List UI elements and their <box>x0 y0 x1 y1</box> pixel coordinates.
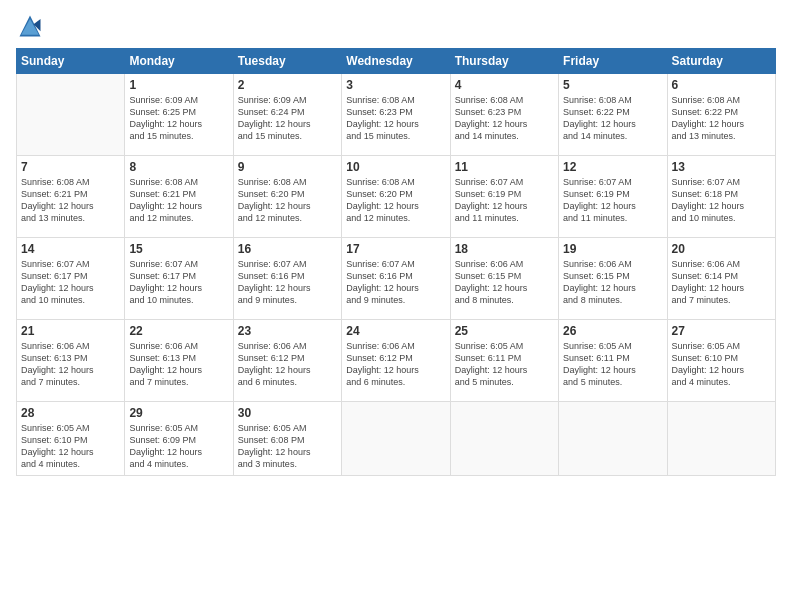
cell-text: Sunrise: 6:07 AMSunset: 6:19 PMDaylight:… <box>455 176 554 225</box>
day-number: 27 <box>672 324 771 338</box>
cal-cell-29: 29Sunrise: 6:05 AMSunset: 6:09 PMDayligh… <box>125 402 233 476</box>
cell-text: Sunrise: 6:08 AMSunset: 6:21 PMDaylight:… <box>129 176 228 225</box>
cal-cell-13: 13Sunrise: 6:07 AMSunset: 6:18 PMDayligh… <box>667 156 775 238</box>
cell-text: Sunrise: 6:05 AMSunset: 6:10 PMDaylight:… <box>672 340 771 389</box>
cell-text: Sunrise: 6:07 AMSunset: 6:19 PMDaylight:… <box>563 176 662 225</box>
day-header-friday: Friday <box>559 49 667 74</box>
cell-text: Sunrise: 6:06 AMSunset: 6:15 PMDaylight:… <box>563 258 662 307</box>
logo-icon <box>16 12 44 40</box>
cal-cell-8: 8Sunrise: 6:08 AMSunset: 6:21 PMDaylight… <box>125 156 233 238</box>
day-number: 29 <box>129 406 228 420</box>
cal-cell-2: 2Sunrise: 6:09 AMSunset: 6:24 PMDaylight… <box>233 74 341 156</box>
day-number: 28 <box>21 406 120 420</box>
cell-text: Sunrise: 6:09 AMSunset: 6:25 PMDaylight:… <box>129 94 228 143</box>
week-row-5: 28Sunrise: 6:05 AMSunset: 6:10 PMDayligh… <box>17 402 776 476</box>
day-number: 30 <box>238 406 337 420</box>
cell-text: Sunrise: 6:08 AMSunset: 6:23 PMDaylight:… <box>455 94 554 143</box>
day-header-tuesday: Tuesday <box>233 49 341 74</box>
cal-cell-18: 18Sunrise: 6:06 AMSunset: 6:15 PMDayligh… <box>450 238 558 320</box>
cal-cell-empty-4-4 <box>450 402 558 476</box>
logo <box>16 12 48 40</box>
day-header-saturday: Saturday <box>667 49 775 74</box>
day-number: 8 <box>129 160 228 174</box>
day-number: 1 <box>129 78 228 92</box>
cal-cell-30: 30Sunrise: 6:05 AMSunset: 6:08 PMDayligh… <box>233 402 341 476</box>
cell-text: Sunrise: 6:08 AMSunset: 6:21 PMDaylight:… <box>21 176 120 225</box>
cell-text: Sunrise: 6:06 AMSunset: 6:13 PMDaylight:… <box>129 340 228 389</box>
cell-text: Sunrise: 6:07 AMSunset: 6:17 PMDaylight:… <box>129 258 228 307</box>
day-number: 5 <box>563 78 662 92</box>
cell-text: Sunrise: 6:06 AMSunset: 6:12 PMDaylight:… <box>346 340 445 389</box>
day-number: 3 <box>346 78 445 92</box>
cal-cell-empty-0-0 <box>17 74 125 156</box>
day-number: 23 <box>238 324 337 338</box>
day-number: 25 <box>455 324 554 338</box>
cal-cell-25: 25Sunrise: 6:05 AMSunset: 6:11 PMDayligh… <box>450 320 558 402</box>
cal-cell-24: 24Sunrise: 6:06 AMSunset: 6:12 PMDayligh… <box>342 320 450 402</box>
week-row-2: 7Sunrise: 6:08 AMSunset: 6:21 PMDaylight… <box>17 156 776 238</box>
day-number: 6 <box>672 78 771 92</box>
cal-cell-23: 23Sunrise: 6:06 AMSunset: 6:12 PMDayligh… <box>233 320 341 402</box>
day-number: 19 <box>563 242 662 256</box>
day-number: 11 <box>455 160 554 174</box>
cal-cell-21: 21Sunrise: 6:06 AMSunset: 6:13 PMDayligh… <box>17 320 125 402</box>
cell-text: Sunrise: 6:07 AMSunset: 6:16 PMDaylight:… <box>346 258 445 307</box>
day-number: 2 <box>238 78 337 92</box>
cal-cell-26: 26Sunrise: 6:05 AMSunset: 6:11 PMDayligh… <box>559 320 667 402</box>
cal-cell-empty-4-5 <box>559 402 667 476</box>
day-header-wednesday: Wednesday <box>342 49 450 74</box>
cal-cell-11: 11Sunrise: 6:07 AMSunset: 6:19 PMDayligh… <box>450 156 558 238</box>
day-number: 20 <box>672 242 771 256</box>
cal-cell-12: 12Sunrise: 6:07 AMSunset: 6:19 PMDayligh… <box>559 156 667 238</box>
cal-cell-28: 28Sunrise: 6:05 AMSunset: 6:10 PMDayligh… <box>17 402 125 476</box>
day-number: 9 <box>238 160 337 174</box>
cell-text: Sunrise: 6:07 AMSunset: 6:16 PMDaylight:… <box>238 258 337 307</box>
cell-text: Sunrise: 6:05 AMSunset: 6:10 PMDaylight:… <box>21 422 120 471</box>
day-number: 26 <box>563 324 662 338</box>
day-number: 18 <box>455 242 554 256</box>
cell-text: Sunrise: 6:05 AMSunset: 6:08 PMDaylight:… <box>238 422 337 471</box>
day-number: 24 <box>346 324 445 338</box>
page: SundayMondayTuesdayWednesdayThursdayFrid… <box>0 0 792 612</box>
cell-text: Sunrise: 6:09 AMSunset: 6:24 PMDaylight:… <box>238 94 337 143</box>
cal-cell-22: 22Sunrise: 6:06 AMSunset: 6:13 PMDayligh… <box>125 320 233 402</box>
cal-cell-15: 15Sunrise: 6:07 AMSunset: 6:17 PMDayligh… <box>125 238 233 320</box>
day-header-thursday: Thursday <box>450 49 558 74</box>
week-row-4: 21Sunrise: 6:06 AMSunset: 6:13 PMDayligh… <box>17 320 776 402</box>
cell-text: Sunrise: 6:06 AMSunset: 6:14 PMDaylight:… <box>672 258 771 307</box>
day-header-monday: Monday <box>125 49 233 74</box>
cell-text: Sunrise: 6:06 AMSunset: 6:12 PMDaylight:… <box>238 340 337 389</box>
cell-text: Sunrise: 6:08 AMSunset: 6:23 PMDaylight:… <box>346 94 445 143</box>
cal-cell-empty-4-3 <box>342 402 450 476</box>
cell-text: Sunrise: 6:08 AMSunset: 6:20 PMDaylight:… <box>238 176 337 225</box>
day-number: 22 <box>129 324 228 338</box>
cell-text: Sunrise: 6:05 AMSunset: 6:11 PMDaylight:… <box>563 340 662 389</box>
cal-cell-16: 16Sunrise: 6:07 AMSunset: 6:16 PMDayligh… <box>233 238 341 320</box>
cal-cell-4: 4Sunrise: 6:08 AMSunset: 6:23 PMDaylight… <box>450 74 558 156</box>
cal-cell-1: 1Sunrise: 6:09 AMSunset: 6:25 PMDaylight… <box>125 74 233 156</box>
cell-text: Sunrise: 6:06 AMSunset: 6:13 PMDaylight:… <box>21 340 120 389</box>
cell-text: Sunrise: 6:06 AMSunset: 6:15 PMDaylight:… <box>455 258 554 307</box>
cell-text: Sunrise: 6:08 AMSunset: 6:22 PMDaylight:… <box>563 94 662 143</box>
day-number: 17 <box>346 242 445 256</box>
cal-cell-5: 5Sunrise: 6:08 AMSunset: 6:22 PMDaylight… <box>559 74 667 156</box>
cell-text: Sunrise: 6:05 AMSunset: 6:09 PMDaylight:… <box>129 422 228 471</box>
header-row: SundayMondayTuesdayWednesdayThursdayFrid… <box>17 49 776 74</box>
cal-cell-19: 19Sunrise: 6:06 AMSunset: 6:15 PMDayligh… <box>559 238 667 320</box>
calendar-table: SundayMondayTuesdayWednesdayThursdayFrid… <box>16 48 776 476</box>
cal-cell-7: 7Sunrise: 6:08 AMSunset: 6:21 PMDaylight… <box>17 156 125 238</box>
cal-cell-9: 9Sunrise: 6:08 AMSunset: 6:20 PMDaylight… <box>233 156 341 238</box>
day-number: 10 <box>346 160 445 174</box>
day-number: 21 <box>21 324 120 338</box>
cal-cell-10: 10Sunrise: 6:08 AMSunset: 6:20 PMDayligh… <box>342 156 450 238</box>
day-number: 12 <box>563 160 662 174</box>
day-number: 16 <box>238 242 337 256</box>
cell-text: Sunrise: 6:08 AMSunset: 6:22 PMDaylight:… <box>672 94 771 143</box>
cal-cell-empty-4-6 <box>667 402 775 476</box>
cell-text: Sunrise: 6:08 AMSunset: 6:20 PMDaylight:… <box>346 176 445 225</box>
cell-text: Sunrise: 6:07 AMSunset: 6:18 PMDaylight:… <box>672 176 771 225</box>
cal-cell-20: 20Sunrise: 6:06 AMSunset: 6:14 PMDayligh… <box>667 238 775 320</box>
cell-text: Sunrise: 6:07 AMSunset: 6:17 PMDaylight:… <box>21 258 120 307</box>
day-number: 14 <box>21 242 120 256</box>
cal-cell-3: 3Sunrise: 6:08 AMSunset: 6:23 PMDaylight… <box>342 74 450 156</box>
